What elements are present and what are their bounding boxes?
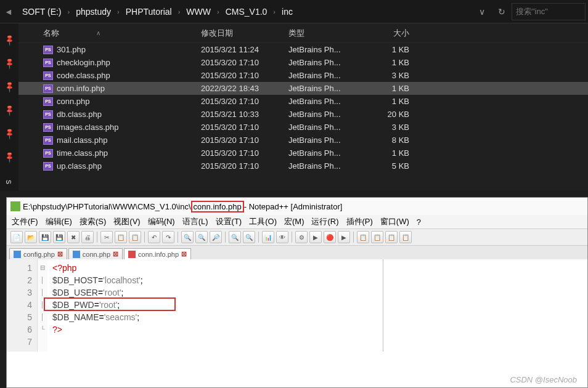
file-row[interactable]: PScode.class.php 2015/3/20 17:10 JetBrai…: [18, 69, 588, 82]
tab-close-icon[interactable]: ⊠: [113, 250, 118, 258]
toolbar-button[interactable]: 📋: [115, 231, 127, 243]
toolbar-button[interactable]: 🔍: [229, 231, 241, 243]
file-row[interactable]: PStime.class.php 2015/3/20 17:10 JetBrai…: [18, 147, 588, 160]
menu-item[interactable]: ?: [417, 217, 421, 227]
menu-item[interactable]: 编码(N): [148, 216, 175, 227]
breadcrumb-item[interactable]: PHPTutorial: [122, 6, 176, 18]
php-file-icon: PS: [43, 136, 53, 145]
toolbar-button[interactable]: 📋: [399, 231, 412, 243]
menu-item[interactable]: 运行(R): [311, 216, 338, 227]
toolbar-button[interactable]: 👁: [276, 231, 288, 243]
file-type: JetBrains Ph...: [288, 97, 360, 106]
toolbar-button[interactable]: 🖨: [81, 231, 94, 243]
toolbar-button[interactable]: 📄: [10, 231, 23, 243]
pin-label: s: [4, 180, 14, 184]
toolbar-button[interactable]: ⚙: [295, 231, 308, 243]
menu-item[interactable]: 工具(O): [249, 216, 277, 227]
menu-item[interactable]: 插件(P): [346, 216, 373, 227]
menu-item[interactable]: 窗口(W): [380, 216, 409, 227]
file-name: mail.class.php: [57, 135, 107, 145]
column-type[interactable]: 类型: [288, 28, 360, 39]
chevron-right-icon: ›: [68, 8, 70, 15]
file-row[interactable]: PS301.php 2015/3/21 11:24 JetBrains Ph..…: [18, 43, 588, 56]
file-date: 2015/3/21 10:33: [201, 110, 288, 119]
column-date[interactable]: 修改日期: [201, 28, 288, 39]
breadcrumb-item[interactable]: inc: [278, 6, 296, 18]
editor-tab[interactable]: conn.info.php⊠: [124, 248, 191, 259]
toolbar-button[interactable]: 📂: [25, 231, 37, 243]
explorer-address-bar: ◄ SOFT (E:)›phpstudy›PHPTutorial›WWW›CMS…: [0, 0, 588, 23]
pin-icon[interactable]: 📌: [3, 81, 16, 94]
menu-item[interactable]: 搜索(S): [80, 216, 106, 227]
breadcrumb-item[interactable]: SOFT (E:): [18, 6, 65, 18]
php-file-icon: PS: [43, 46, 53, 54]
file-date: 2015/3/20 17:10: [201, 161, 288, 171]
column-size[interactable]: 大小: [360, 28, 409, 39]
toolbar-button[interactable]: 🔍: [243, 231, 255, 243]
breadcrumb-item[interactable]: phpstudy: [72, 6, 115, 18]
menu-item[interactable]: 视图(V): [113, 216, 140, 227]
column-name[interactable]: 名称∧: [43, 28, 201, 39]
file-row[interactable]: PSchecklogin.php 2015/3/20 17:10 JetBrai…: [18, 56, 588, 69]
toolbar-button[interactable]: 📋: [385, 231, 398, 243]
toolbar-button[interactable]: ▶: [309, 231, 322, 243]
column-headers: 名称∧ 修改日期 类型 大小: [18, 23, 588, 43]
file-row[interactable]: PSup.class.php 2015/3/20 17:10 JetBrains…: [18, 160, 588, 172]
search-input[interactable]: [512, 3, 586, 20]
menu-item[interactable]: 语言(L): [182, 216, 208, 227]
toolbar-button[interactable]: ✖: [67, 231, 80, 243]
toolbar-button[interactable]: ▶: [338, 231, 350, 243]
tab-close-icon[interactable]: ⊠: [57, 250, 63, 258]
toolbar-button[interactable]: 📋: [371, 231, 383, 243]
file-row[interactable]: PSconn.info.php 2022/3/22 18:43 JetBrain…: [18, 82, 588, 95]
breadcrumb-item[interactable]: CMS_V1.0: [222, 6, 271, 18]
file-type: JetBrains Ph...: [288, 71, 360, 80]
pinned-sidebar: 📌 📌 📌 📌 📌 📌 s: [0, 23, 18, 191]
refresh-icon[interactable]: ↻: [492, 3, 512, 20]
tab-close-icon[interactable]: ⊠: [181, 250, 187, 258]
file-name: code.class.php: [57, 71, 110, 80]
menu-item[interactable]: 编辑(E): [46, 216, 72, 227]
file-size: 1 KB: [360, 97, 409, 106]
code-editor[interactable]: 1234567 ⊟││││└ <?php $DB_HOST='localhost…: [7, 259, 587, 352]
menu-item[interactable]: 文件(F): [12, 216, 38, 227]
file-row[interactable]: PSdb.class.php 2015/3/21 10:33 JetBrains…: [18, 108, 588, 121]
pin-icon[interactable]: 📌: [3, 104, 16, 117]
file-row[interactable]: PSconn.php 2015/3/20 17:10 JetBrains Ph.…: [18, 95, 588, 108]
tab-label: conn.php: [83, 251, 110, 258]
npp-app-icon: [10, 201, 20, 211]
file-size: 1 KB: [360, 45, 409, 54]
file-row[interactable]: PSmail.class.php 2015/3/20 17:10 JetBrai…: [18, 134, 588, 147]
toolbar-button[interactable]: ✂: [100, 231, 113, 243]
pin-icon[interactable]: 📌: [3, 127, 16, 140]
php-file-icon: PS: [43, 110, 53, 119]
pin-icon[interactable]: 📌: [3, 57, 16, 70]
file-size: 3 KB: [360, 123, 409, 132]
toolbar-button[interactable]: ↷: [162, 231, 174, 243]
breadcrumb-item[interactable]: WWW: [182, 6, 214, 18]
toolbar-button[interactable]: 🔍: [195, 231, 208, 243]
php-file-icon: PS: [43, 71, 53, 80]
toolbar-button[interactable]: ↶: [148, 231, 160, 243]
editor-tab[interactable]: config.php⊠: [9, 248, 67, 259]
toolbar-button[interactable]: 📋: [357, 231, 369, 243]
toolbar-button[interactable]: 🔴: [324, 231, 336, 243]
editor-tab[interactable]: conn.php⊠: [68, 248, 123, 259]
toolbar-button[interactable]: 📊: [262, 231, 274, 243]
back-icon[interactable]: ◄: [2, 7, 15, 17]
toolbar-button[interactable]: 📋: [129, 231, 141, 243]
file-row[interactable]: PSimages.class.php 2015/3/20 17:10 JetBr…: [18, 121, 588, 134]
toolbar-button[interactable]: 💾: [39, 231, 51, 243]
file-size: 1 KB: [360, 148, 409, 158]
menu-item[interactable]: 宏(M): [284, 216, 304, 227]
file-type: JetBrains Ph...: [288, 135, 360, 145]
pin-icon[interactable]: 📌: [3, 151, 16, 164]
menu-item[interactable]: 设置(T): [216, 216, 242, 227]
toolbar-button[interactable]: 💾: [53, 231, 65, 243]
pin-icon[interactable]: 📌: [3, 34, 16, 47]
toolbar-button[interactable]: 🔎: [210, 231, 222, 243]
fold-column[interactable]: ⊟││││└: [38, 259, 47, 352]
dropdown-icon[interactable]: ∨: [472, 3, 492, 20]
code-content[interactable]: <?php $DB_HOST='localhost'; $DB_USER='ro…: [47, 259, 587, 352]
toolbar-button[interactable]: 🔍: [181, 231, 194, 243]
